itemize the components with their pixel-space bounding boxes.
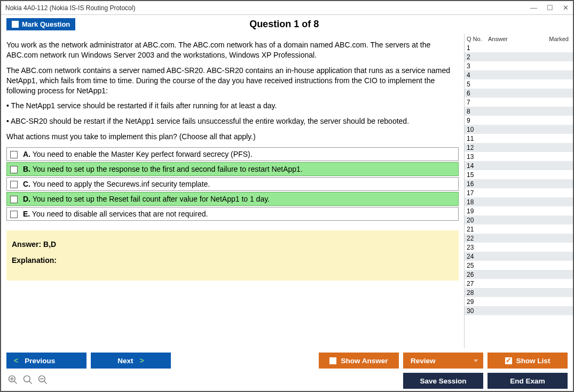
end-exam-label: End Exam <box>510 377 545 385</box>
list-item[interactable]: 7 <box>465 98 573 107</box>
list-item[interactable]: 2 <box>465 52 573 61</box>
list-item[interactable]: 1 <box>465 43 573 52</box>
list-item[interactable]: 21 <box>465 225 573 234</box>
show-list-button[interactable]: Show List <box>487 353 568 369</box>
list-item[interactable]: 15 <box>465 170 573 179</box>
next-label: Next <box>117 357 133 365</box>
list-item[interactable]: 20 <box>465 215 573 225</box>
choice-b[interactable]: B. You need to set up the response to th… <box>6 162 459 176</box>
choice-text: You need to apply the Securews.inf secur… <box>30 180 210 188</box>
checkbox-icon[interactable] <box>10 151 18 158</box>
question-para-2: The ABC.com network contains a server na… <box>6 66 459 96</box>
explanation-label: Explanation: <box>12 256 453 265</box>
review-button[interactable]: Review <box>403 353 483 369</box>
question-bullet-1: • The NetApp1 service should be restarte… <box>6 101 459 111</box>
titlebar: Nokia 4A0-112 (Nokia IS-IS Routing Proto… <box>1 1 573 15</box>
close-icon[interactable]: ✕ <box>563 4 569 12</box>
choice-letter: C. <box>23 180 30 188</box>
list-item[interactable]: 10 <box>465 125 573 134</box>
choice-d[interactable]: D. You need to set up the Reset fail cou… <box>6 192 459 206</box>
list-item[interactable]: 25 <box>465 261 573 270</box>
list-item[interactable]: 29 <box>465 297 573 306</box>
choice-letter: B. <box>23 165 30 173</box>
list-item[interactable]: 28 <box>465 288 573 297</box>
mark-question-button[interactable]: Mark Question <box>6 18 75 30</box>
svg-line-5 <box>29 381 32 383</box>
list-item[interactable]: 26 <box>465 270 573 279</box>
review-label: Review <box>411 357 436 365</box>
choice-text: You need to disable all services that ar… <box>30 210 208 218</box>
list-item[interactable]: 4 <box>465 70 573 79</box>
list-item[interactable]: 27 <box>465 279 573 288</box>
svg-point-4 <box>24 375 30 382</box>
question-content: You work as the network administrator at… <box>1 34 464 348</box>
choice-text: You need to set up the Reset fail count … <box>30 195 270 203</box>
list-item[interactable]: 11 <box>465 134 573 143</box>
chevron-right-icon: > <box>140 356 144 365</box>
show-answer-button[interactable]: Show Answer <box>319 353 399 369</box>
list-item[interactable]: 24 <box>465 252 573 261</box>
minimize-icon[interactable]: — <box>530 4 537 12</box>
choice-letter: D. <box>23 195 30 203</box>
col-qno: Q No. <box>467 36 488 42</box>
chevron-down-icon <box>474 359 478 362</box>
checkbox-checked-icon <box>505 357 512 364</box>
list-item[interactable]: 17 <box>465 188 573 197</box>
list-item[interactable]: 5 <box>465 79 573 89</box>
save-session-button[interactable]: Save Session <box>403 373 483 389</box>
answer-label: Answer: B,D <box>12 240 453 249</box>
svg-line-7 <box>44 381 47 383</box>
show-answer-label: Show Answer <box>341 357 388 365</box>
choice-c[interactable]: C. You need to apply the Securews.inf se… <box>6 177 459 191</box>
question-para-1: You work as the network administrator at… <box>6 40 459 60</box>
list-item[interactable]: 6 <box>465 89 573 98</box>
choice-text: You need to enable the Master Key perfec… <box>30 150 253 158</box>
choice-e[interactable]: E. You need to disable all services that… <box>6 207 459 221</box>
list-item[interactable]: 9 <box>465 116 573 125</box>
zoom-out-icon[interactable] <box>37 374 48 388</box>
checkbox-icon[interactable] <box>10 211 18 218</box>
choice-letter: E. <box>23 210 30 218</box>
choice-letter: A. <box>23 150 30 158</box>
list-item[interactable]: 23 <box>465 243 573 252</box>
zoom-icon[interactable] <box>22 374 33 388</box>
end-exam-button[interactable]: End Exam <box>487 373 568 389</box>
zoom-in-icon[interactable] <box>7 374 18 388</box>
chevron-left-icon: < <box>14 356 18 365</box>
maximize-icon[interactable]: ☐ <box>547 4 553 12</box>
list-item[interactable]: 13 <box>465 152 573 161</box>
checkbox-icon[interactable] <box>10 181 18 188</box>
list-item[interactable]: 14 <box>465 161 573 170</box>
svg-line-1 <box>14 381 17 383</box>
next-button[interactable]: Next > <box>91 353 171 369</box>
checkbox-icon[interactable] <box>10 166 18 173</box>
col-answer: Answer <box>488 36 539 42</box>
answer-box: Answer: B,D Explanation: <box>6 230 459 281</box>
col-marked: Marked <box>539 36 571 42</box>
checkbox-icon[interactable] <box>10 196 18 203</box>
list-item[interactable]: 3 <box>465 61 573 70</box>
choice-text: You need to set up the response to the f… <box>30 165 303 173</box>
choice-a[interactable]: A. You need to enable the Master Key per… <box>6 147 459 161</box>
list-item[interactable]: 18 <box>465 197 573 206</box>
question-bullet-2: • ABC-SR20 should be restart if the NetA… <box>6 116 459 126</box>
list-item[interactable]: 12 <box>465 143 573 152</box>
list-item[interactable]: 22 <box>465 234 573 243</box>
save-session-label: Save Session <box>420 377 466 385</box>
show-list-label: Show List <box>516 357 551 365</box>
question-title: Question 1 of 8 <box>75 19 493 30</box>
list-item[interactable]: 30 <box>465 306 573 315</box>
checkbox-icon <box>329 357 336 364</box>
question-list-panel: Q No. Answer Marked 1 2 3 4 5 6 7 8 9 10… <box>464 34 573 348</box>
question-list[interactable]: 1 2 3 4 5 6 7 8 9 10 11 12 13 14 15 16 1… <box>465 43 573 348</box>
question-para-3: What actions must you take to implement … <box>6 132 459 142</box>
list-item[interactable]: 8 <box>465 107 573 116</box>
previous-label: Previous <box>25 357 55 365</box>
previous-button[interactable]: < Previous <box>6 353 87 369</box>
list-item[interactable]: 19 <box>465 206 573 215</box>
window-title: Nokia 4A0-112 (Nokia IS-IS Routing Proto… <box>5 4 135 12</box>
mark-question-label: Mark Question <box>22 20 70 28</box>
list-item[interactable]: 16 <box>465 179 573 188</box>
checkbox-icon <box>12 21 19 28</box>
